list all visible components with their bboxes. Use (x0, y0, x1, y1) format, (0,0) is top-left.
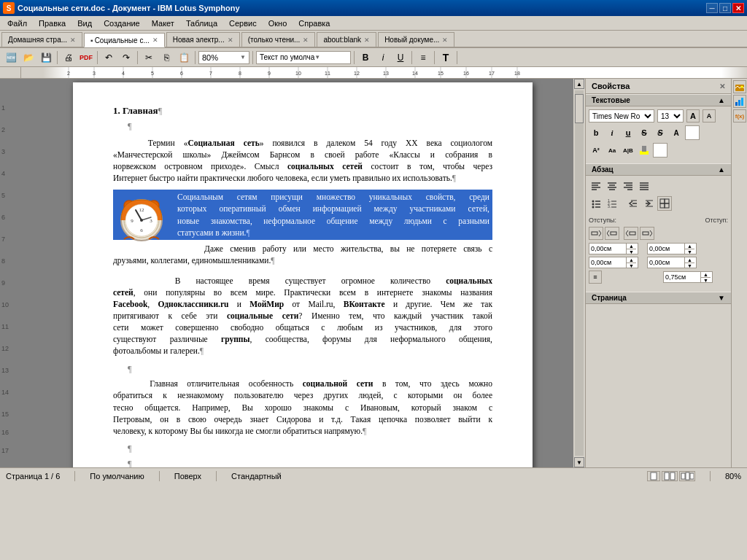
tab-new-doc[interactable]: Новый докуме... ✕ (378, 32, 454, 47)
color-btn[interactable]: A (669, 125, 684, 140)
tab-social-close[interactable]: ✕ (152, 36, 158, 44)
close-button[interactable]: ✕ (732, 3, 744, 13)
bold-toolbar-btn[interactable]: B (357, 50, 374, 65)
single-page-view[interactable] (647, 471, 660, 481)
tab-blank-close[interactable]: ✕ (364, 36, 370, 44)
above-down[interactable]: ▼ (626, 262, 636, 268)
below-up[interactable]: ▲ (684, 257, 694, 262)
tab-new-email[interactable]: Новая электр... ✕ (166, 32, 240, 47)
tab-home[interactable]: Домашняя стра... ✕ (1, 32, 82, 47)
style-selector[interactable]: Текст по умолча ▼ (256, 51, 351, 64)
left-indent-down[interactable]: ▼ (626, 249, 636, 254)
line-spacing-btn[interactable]: ≡ (589, 271, 602, 284)
two-page-view[interactable] (662, 471, 678, 481)
highlight-picker-btn[interactable] (653, 143, 667, 158)
left-indent-input[interactable] (589, 245, 626, 252)
below-space-input[interactable] (648, 259, 684, 266)
align-left-toolbar[interactable]: ≡ (415, 50, 431, 65)
scroll-down-btn[interactable]: ▼ (574, 457, 584, 467)
strikethrough2-btn[interactable]: S (653, 125, 667, 140)
right-indent-down[interactable]: ▼ (684, 249, 694, 254)
font-large-btn[interactable]: T (438, 50, 454, 65)
above-space-input[interactable] (589, 259, 626, 266)
italic-btn[interactable]: i (605, 125, 619, 140)
align-justify-btn[interactable] (637, 179, 651, 193)
scroll-track[interactable] (575, 90, 584, 456)
tab-new-email-close[interactable]: ✕ (228, 36, 233, 44)
right-indent-up[interactable]: ▲ (684, 243, 694, 249)
undo-btn[interactable]: ↶ (101, 50, 117, 65)
right-indent-decrease[interactable] (624, 227, 638, 240)
first-line-up[interactable]: ▲ (700, 271, 711, 277)
tab-social[interactable]: ▪ Социальные с... ✕ (84, 33, 165, 47)
bullet-list-btn[interactable] (589, 196, 603, 211)
decrease-indent-btn[interactable] (625, 196, 640, 211)
menu-help[interactable]: Справка (293, 17, 336, 30)
scroll-up-btn[interactable]: ▲ (574, 79, 584, 89)
redo-btn[interactable]: ↷ (118, 50, 134, 65)
spacing-btn[interactable]: A|B (621, 143, 635, 158)
strikethrough-btn[interactable]: S (637, 125, 651, 140)
align-right-btn[interactable] (621, 179, 635, 193)
props-close-btn[interactable]: ✕ (719, 82, 725, 90)
color-picker-btn[interactable] (685, 125, 700, 140)
chart-icon-btn[interactable] (733, 95, 746, 108)
increase-indent-btn[interactable] (641, 196, 656, 211)
three-page-view[interactable] (679, 471, 695, 481)
first-line-down[interactable]: ▼ (700, 277, 711, 283)
highlight-btn[interactable] (637, 143, 651, 158)
tab-readonly[interactable]: (только чтени... ✕ (241, 32, 316, 47)
formula-icon-btn[interactable]: f(x) (733, 109, 746, 122)
menu-layout[interactable]: Макет (146, 17, 180, 30)
left-indent-decrease[interactable] (589, 227, 603, 240)
font-size-up-btn[interactable]: A (686, 109, 700, 122)
tab-blank[interactable]: about:blank ✕ (317, 32, 376, 47)
save-btn[interactable]: 💾 (38, 50, 54, 65)
tab-new-doc-close[interactable]: ✕ (442, 36, 448, 44)
below-down[interactable]: ▼ (684, 262, 694, 268)
italic-toolbar-btn[interactable]: i (375, 50, 391, 65)
above-up[interactable]: ▲ (626, 257, 636, 262)
font-size-down-btn[interactable]: A (703, 109, 716, 122)
smallcaps-btn[interactable]: Aa (605, 143, 619, 158)
first-line-input[interactable] (664, 273, 700, 281)
menu-window[interactable]: Окно (263, 17, 293, 30)
open-btn[interactable]: 📂 (20, 50, 36, 65)
pdf-btn[interactable]: PDF (78, 50, 94, 65)
menu-create[interactable]: Создание (98, 17, 146, 30)
tab-readonly-close[interactable]: ✕ (303, 36, 309, 44)
align-center-btn[interactable] (605, 179, 619, 193)
superscript-btn[interactable]: A² (589, 143, 603, 158)
document-page[interactable]: 1. Главная¶ ¶ Термин «Социальная сеть» п… (73, 82, 533, 467)
scroll-thumb[interactable] (575, 94, 584, 123)
right-indent-input[interactable] (648, 245, 684, 252)
new-btn[interactable]: 🆕 (3, 50, 19, 65)
font-size-select[interactable]: 13 (657, 109, 684, 122)
zoom-selector[interactable]: 80% ▼ (198, 51, 249, 64)
menu-file[interactable]: Файл (1, 17, 33, 30)
underline-toolbar-btn[interactable]: U (392, 50, 409, 65)
font-name-select[interactable]: Times New Ro (589, 109, 654, 122)
bold-btn[interactable]: b (589, 125, 603, 140)
align-left-btn[interactable] (589, 179, 603, 193)
menu-service[interactable]: Сервис (223, 17, 263, 30)
left-indent-increase[interactable] (605, 227, 619, 240)
paste-btn[interactable]: 📋 (176, 50, 192, 65)
minimize-button[interactable]: ─ (706, 3, 718, 13)
page-section-header[interactable]: Страница ▼ (586, 292, 731, 304)
text-section-header[interactable]: Текстовые ▲ (586, 94, 731, 106)
copy-btn[interactable]: ⎘ (158, 50, 174, 65)
tab-home-close[interactable]: ✕ (70, 36, 76, 44)
maximize-button[interactable]: □ (719, 3, 731, 13)
underline-btn[interactable]: u (621, 125, 635, 140)
left-indent-up[interactable]: ▲ (626, 243, 636, 249)
para-section-header[interactable]: Абзац ▲ (586, 163, 731, 176)
num-list-btn[interactable]: 1.2.3. (605, 196, 619, 211)
menu-table[interactable]: Таблица (180, 17, 223, 30)
cut-btn[interactable]: ✂ (141, 50, 157, 65)
print-btn[interactable]: 🖨 (61, 50, 77, 65)
gallery-icon-btn[interactable] (733, 80, 746, 93)
table-insert-btn[interactable] (657, 196, 672, 211)
right-indent-increase[interactable] (640, 227, 654, 240)
menu-edit[interactable]: Правка (33, 17, 71, 30)
